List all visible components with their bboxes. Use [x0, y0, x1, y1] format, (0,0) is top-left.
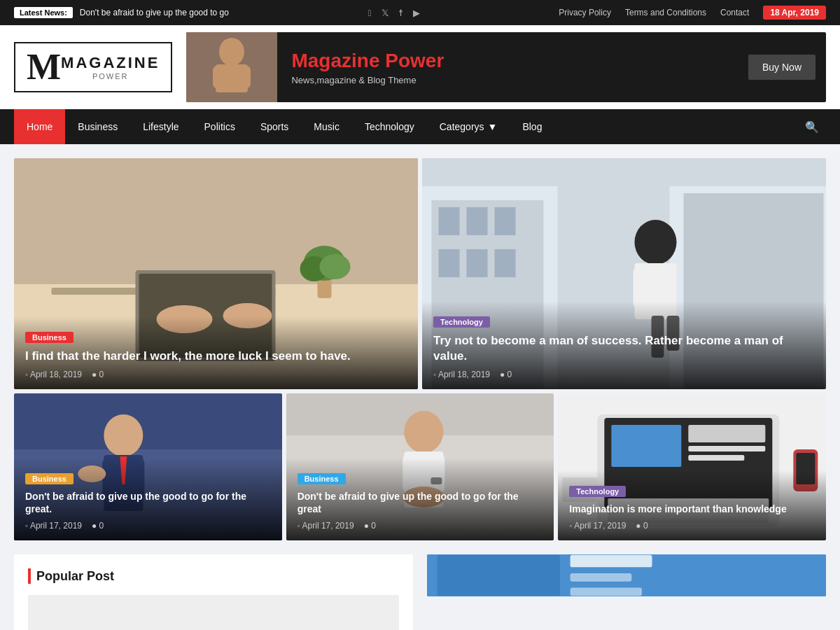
banner-content: Magazine Power News,magazine & Blog Them…: [277, 43, 738, 92]
featured-article-2[interactable]: Technology Try not to become a man of su…: [422, 158, 826, 389]
article-1-overlay: Business I find that the harder I work, …: [14, 316, 418, 389]
small-article-1-title: Don't be afraid to give up the good to g…: [25, 490, 271, 515]
main-content: Business I find that the harder I work, …: [0, 144, 840, 630]
chevron-down-icon: ▼: [488, 121, 498, 132]
youtube-icon[interactable]: ▶: [413, 8, 420, 18]
featured-article-1[interactable]: Business I find that the harder I work, …: [14, 158, 418, 389]
logo[interactable]: M MAGAZINE POWER: [14, 42, 172, 92]
article-1-date: ◦ April 18, 2019: [25, 370, 82, 379]
svg-rect-21: [495, 207, 516, 235]
svg-rect-12: [318, 270, 332, 298]
privacy-policy-link[interactable]: Privacy Policy: [559, 8, 611, 18]
small-article-1-date: ◦ April 17, 2019: [25, 521, 82, 531]
nav-technology[interactable]: Technology: [352, 109, 427, 144]
small-article-3-overlay: Technology Imagination is more important…: [558, 470, 826, 540]
nav-business[interactable]: Business: [65, 109, 130, 144]
banner-title: Magazine Power: [291, 50, 724, 72]
banner-title-accent: P: [385, 50, 398, 71]
svg-rect-54: [689, 446, 766, 451]
popular-section: Popular Post: [14, 554, 413, 630]
article-2-category[interactable]: Technology: [433, 316, 490, 328]
featured-grid: Business I find that the harder I work, …: [14, 158, 826, 389]
article-2-title: Try not to become a man of success. Rath…: [433, 333, 815, 364]
svg-point-11: [223, 303, 272, 328]
search-icon[interactable]: 🔍: [798, 120, 826, 134]
svg-rect-62: [570, 555, 652, 568]
small-article-3-title: Imagination is more important than knowl…: [569, 503, 815, 515]
social-icons:  𝕏 ☨ ▶: [368, 8, 420, 18]
svg-rect-61: [438, 555, 560, 596]
svg-point-15: [320, 254, 351, 279]
svg-rect-20: [467, 207, 488, 235]
contact-link[interactable]: Contact: [720, 8, 749, 18]
main-nav: Home Business Lifestyle Politics Sports …: [0, 109, 840, 144]
bottom-row: Popular Post: [14, 554, 826, 630]
small-article-1-category[interactable]: Business: [25, 473, 74, 484]
logo-sub: POWER: [61, 72, 160, 80]
nav-politics[interactable]: Politics: [192, 109, 248, 144]
logo-letter: M: [27, 49, 61, 85]
svg-rect-7: [52, 288, 276, 295]
buy-now-button[interactable]: Buy Now: [748, 55, 816, 80]
article-1-title: I find that the harder I work, the more …: [25, 349, 407, 364]
svg-rect-64: [570, 588, 642, 596]
small-grid: Business Don't be afraid to give up the …: [14, 393, 826, 540]
instagram-icon[interactable]: ☨: [398, 8, 403, 18]
banner-title-rest: ower: [398, 50, 444, 71]
logo-text: MAGAZINE POWER: [61, 54, 160, 80]
article-2-meta: ◦ April 18, 2019 ● 0: [433, 370, 815, 379]
facebook-icon[interactable]: : [368, 8, 372, 18]
article-1-category[interactable]: Business: [25, 332, 74, 343]
svg-point-1: [219, 38, 244, 66]
banner-ad: Magazine Power News,magazine & Blog Them…: [186, 32, 826, 102]
svg-rect-5: [14, 158, 418, 389]
popular-placeholder: [28, 595, 399, 630]
top-bar: Latest News: Don't be afraid to give up …: [0, 0, 840, 25]
latest-news-label: Latest News:: [14, 7, 73, 18]
article-1-comments: ● 0: [92, 370, 104, 379]
small-article-2-comments: ● 0: [364, 521, 376, 531]
svg-rect-55: [689, 455, 745, 461]
small-article-2-title: Don't be afraid to give up the good to g…: [298, 490, 543, 515]
svg-point-27: [635, 220, 677, 265]
small-article-2[interactable]: Business Don't be afraid to give up the …: [286, 393, 554, 540]
svg-rect-19: [439, 207, 460, 235]
nav-categorys[interactable]: Categorys ▼: [427, 109, 510, 144]
svg-point-10: [157, 305, 213, 333]
nav-home[interactable]: Home: [14, 109, 65, 144]
svg-point-14: [300, 256, 328, 281]
small-article-2-category[interactable]: Business: [298, 473, 346, 484]
date-badge: 18 Apr, 2019: [763, 6, 826, 20]
svg-rect-24: [495, 249, 516, 277]
nav-music[interactable]: Music: [301, 109, 352, 144]
svg-rect-63: [570, 573, 632, 582]
popular-section-title: Popular Post: [28, 568, 399, 584]
ticker-text: Don't be afraid to give up the good to g…: [80, 8, 229, 18]
small-article-1-comments: ● 0: [92, 521, 104, 531]
svg-rect-4: [241, 66, 251, 88]
small-article-3-meta: ◦ April 17, 2019 ● 0: [569, 521, 815, 531]
svg-point-13: [304, 246, 346, 281]
svg-point-34: [104, 414, 143, 456]
popular-title-text: Popular Post: [36, 569, 114, 584]
svg-rect-6: [14, 284, 418, 389]
right-section: [427, 554, 826, 630]
small-article-2-meta: ◦ April 17, 2019 ● 0: [298, 521, 543, 531]
svg-point-42: [404, 411, 443, 453]
twitter-icon[interactable]: 𝕏: [382, 8, 388, 18]
svg-rect-52: [612, 425, 682, 467]
svg-rect-3: [213, 66, 223, 88]
small-article-1-overlay: Business Don't be afraid to give up the …: [14, 458, 282, 540]
banner-title-text: Magazine: [291, 50, 385, 71]
terms-link[interactable]: Terms and Conditions: [625, 8, 706, 18]
small-article-3[interactable]: Technology Imagination is more important…: [558, 393, 826, 540]
nav-blog[interactable]: Blog: [510, 109, 554, 144]
article-2-comments: ● 0: [500, 370, 512, 379]
nav-lifestyle[interactable]: Lifestyle: [130, 109, 191, 144]
banner-desc: News,magazine & Blog Theme: [291, 75, 724, 85]
nav-sports[interactable]: Sports: [248, 109, 301, 144]
svg-rect-23: [467, 249, 488, 277]
header: M MAGAZINE POWER Magazine Power News,mag…: [0, 25, 840, 109]
small-article-3-category[interactable]: Technology: [569, 486, 626, 497]
small-article-1[interactable]: Business Don't be afraid to give up the …: [14, 393, 282, 540]
